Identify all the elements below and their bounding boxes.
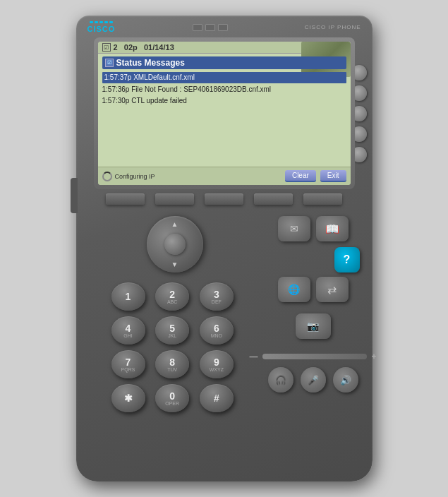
nav-down-arrow: ▼ <box>171 261 178 268</box>
transfer-button[interactable]: ⇄ <box>316 277 349 302</box>
volume-minus[interactable]: — <box>250 352 258 361</box>
video-button[interactable]: 📷 <box>296 313 331 339</box>
phone-model: CISCO IP PHONE <box>305 24 361 30</box>
headset-button[interactable]: 🎧 <box>268 367 293 393</box>
key-star[interactable]: ✱ <box>111 384 145 412</box>
transfer-icon: ⇄ <box>327 283 337 297</box>
win-btn-1 <box>193 24 202 31</box>
dot4 <box>104 21 108 23</box>
messages-button[interactable]: ✉ <box>278 216 310 241</box>
screen-surround: ☑ 2 02p 01/14/13 ☑ Status Messages <box>94 37 355 189</box>
nav-ring[interactable]: ▲ ▼ <box>147 216 203 273</box>
headset-icon: 🎧 <box>275 375 286 385</box>
soft-key-1[interactable] <box>106 193 145 205</box>
dot3 <box>99 21 103 23</box>
soft-key-3[interactable] <box>205 193 243 205</box>
window-controls <box>193 24 228 31</box>
key-5[interactable]: 5 JKL <box>155 316 189 345</box>
dot2 <box>95 21 98 23</box>
line-number: 2 <box>114 43 118 52</box>
volume-plus[interactable]: + <box>371 352 376 361</box>
clear-button[interactable]: Clear <box>285 170 316 182</box>
configuring-text: Configuring IP <box>115 173 155 180</box>
cisco-logo: CISCO <box>87 21 116 33</box>
status-indicator: Configuring IP <box>102 172 155 181</box>
phone-screen: ☑ 2 02p 01/14/13 ☑ Status Messages <box>98 42 351 185</box>
screen-action-buttons: Clear Exit <box>285 170 346 182</box>
nav-up-arrow: ▲ <box>171 220 178 228</box>
soft-key-2[interactable] <box>155 193 194 205</box>
spinner-icon <box>102 172 112 181</box>
screen-content: ☑ Status Messages 1:57:37p XMLDefault.cn… <box>98 54 351 167</box>
nav-center-btn[interactable] <box>164 234 186 255</box>
status-icon: ☑ <box>105 59 114 67</box>
key-6[interactable]: 6 MNO <box>200 316 234 345</box>
dot5 <box>109 21 113 23</box>
key-0[interactable]: 0 OPER <box>155 384 189 412</box>
services-button[interactable]: 🌐 <box>278 277 310 302</box>
help-icon: ? <box>344 253 351 266</box>
status-heading: ☑ Status Messages <box>102 56 346 69</box>
phone-lower-right: ✉ 📖 ? 🌐 ⇄ <box>264 209 363 412</box>
key-7[interactable]: 7 PQRS <box>111 350 145 378</box>
mute-button[interactable]: 🎤 <box>301 367 326 393</box>
keypad: 1 2 ABC 3 DEF 4 GHI 5 JKL <box>111 282 238 412</box>
message-1: 1:57:37p XMLDefault.cnf.xml <box>102 72 346 83</box>
date-display: 01/14/13 <box>144 43 174 52</box>
win-btn-2 <box>205 24 215 31</box>
envelope-icon: ✉ <box>290 223 298 234</box>
soft-key-row <box>94 193 355 205</box>
book-icon: 📖 <box>325 222 339 236</box>
phone-lower: ▲ ▼ 1 2 ABC 3 DEF <box>76 209 373 412</box>
volume-control[interactable]: — + <box>250 352 377 361</box>
nav-area: ▲ ▼ <box>147 216 203 273</box>
volume-slider[interactable] <box>262 354 368 359</box>
help-button[interactable]: ? <box>334 247 360 273</box>
side-grip <box>71 178 78 213</box>
brand-name: CISCO <box>87 25 116 33</box>
phone-lower-left: ▲ ▼ 1 2 ABC 3 DEF <box>86 209 264 412</box>
mute-icon: 🎤 <box>308 375 319 385</box>
screen-topbar: ☑ 2 02p 01/14/13 <box>98 42 351 54</box>
soft-key-5[interactable] <box>303 193 342 205</box>
speaker-icon: 🔊 <box>340 375 351 385</box>
key-8[interactable]: 8 TUV <box>155 350 189 378</box>
win-btn-3 <box>218 24 228 31</box>
message-2: 1:57:36p File Not Found : SEP4061869023D… <box>102 85 346 95</box>
key-9[interactable]: 9 WXYZ <box>200 350 234 378</box>
key-1[interactable]: 1 <box>111 282 145 311</box>
message-3: 1:57:30p CTL update failed <box>102 96 346 106</box>
status-title: Status Messages <box>116 58 185 68</box>
video-icon: 📷 <box>307 321 319 332</box>
exit-button[interactable]: Exit <box>320 170 346 182</box>
globe-icon: 🌐 <box>288 284 300 295</box>
phone-header: CISCO CISCO IP PHONE <box>76 16 373 36</box>
screen-bottom-bar: Configuring IP Clear Exit <box>98 167 351 185</box>
directory-button[interactable]: 📖 <box>316 216 349 241</box>
key-2[interactable]: 2 ABC <box>155 282 189 311</box>
speaker-button[interactable]: 🔊 <box>333 367 358 393</box>
audio-controls: 🎧 🎤 🔊 <box>268 367 358 393</box>
key-hash[interactable]: # <box>200 384 234 412</box>
dot1 <box>90 21 93 23</box>
cisco-dots <box>90 21 113 23</box>
key-3[interactable]: 3 DEF <box>200 282 234 311</box>
key-4[interactable]: 4 GHI <box>111 316 145 345</box>
phone-body: CISCO CISCO IP PHONE ☑ 2 02p 01/14/13 <box>76 16 373 481</box>
time-display: 02p <box>124 43 138 52</box>
soft-key-4[interactable] <box>254 193 293 205</box>
line-icon: ☑ <box>102 43 111 52</box>
